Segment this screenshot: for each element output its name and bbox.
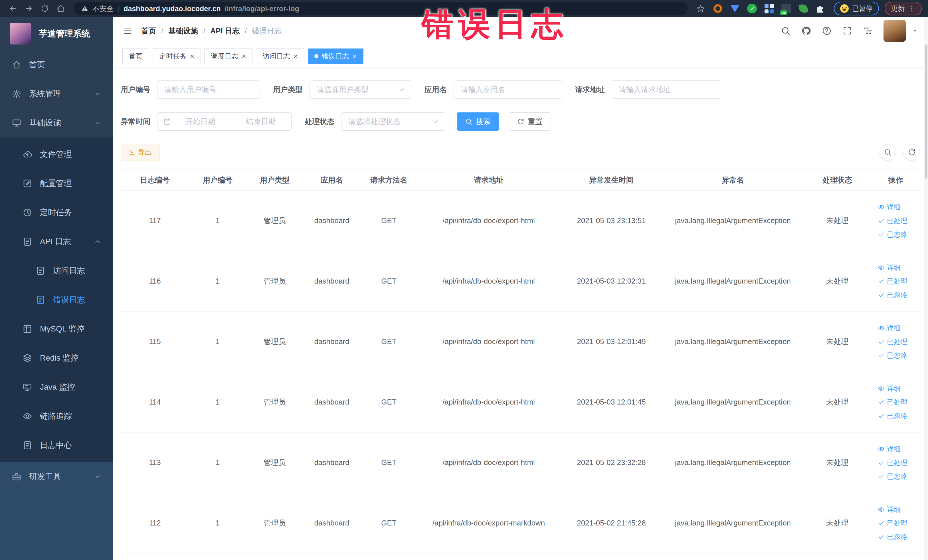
cell-time: 2021-05-03 12:01:49 bbox=[560, 311, 663, 372]
avatar-caret-down-icon[interactable] bbox=[911, 27, 918, 34]
action-link-已处理[interactable]: 已处理 bbox=[878, 216, 907, 225]
process-status-select[interactable]: 请选择处理状态 bbox=[341, 112, 445, 131]
action-link-已忽略[interactable]: 已忽略 bbox=[878, 230, 907, 239]
sidebar-item-job[interactable]: 定时任务 bbox=[0, 198, 113, 227]
action-label: 已处理 bbox=[887, 337, 907, 346]
extension-orange-icon[interactable] bbox=[712, 3, 723, 14]
request-url-input[interactable] bbox=[612, 81, 721, 99]
address-bar[interactable]: 不安全 | dashboard.yudao.iocoder.cn/infra/l… bbox=[73, 2, 688, 15]
tab-close-icon[interactable]: × bbox=[242, 52, 246, 60]
action-link-已处理[interactable]: 已处理 bbox=[878, 519, 907, 528]
action-link-已处理[interactable]: 已处理 bbox=[878, 337, 907, 346]
font-size-icon[interactable] bbox=[863, 26, 873, 36]
browser-home-icon[interactable] bbox=[54, 2, 67, 15]
tab-close-icon[interactable]: × bbox=[353, 52, 357, 60]
check-icon bbox=[878, 291, 885, 298]
app-name-input[interactable] bbox=[453, 81, 562, 99]
extension-on-badge-icon[interactable]: on bbox=[781, 3, 792, 14]
omnibox-divider: | bbox=[118, 5, 119, 12]
tool-icon bbox=[11, 471, 22, 482]
action-link-已处理[interactable]: 已处理 bbox=[878, 398, 907, 407]
monitor-icon bbox=[11, 118, 22, 128]
scrollbar-thumb[interactable] bbox=[925, 44, 927, 179]
browser-update-button[interactable]: 更新 bbox=[885, 2, 922, 15]
tab-首页[interactable]: 首页 bbox=[122, 49, 149, 64]
cell-app: dashboard bbox=[303, 493, 360, 553]
cell-method: GET bbox=[360, 432, 417, 493]
sidebar-item-label: Java 监控 bbox=[40, 382, 75, 392]
reset-button[interactable]: 重置 bbox=[509, 112, 551, 131]
breadcrumb-item[interactable]: API 日志 bbox=[210, 26, 240, 36]
search-button-label: 搜索 bbox=[476, 117, 491, 127]
menu-collapse-icon[interactable] bbox=[122, 26, 133, 36]
help-icon[interactable] bbox=[822, 26, 832, 36]
tab-close-icon[interactable]: × bbox=[293, 52, 298, 60]
check-icon bbox=[878, 520, 885, 526]
exception-time-range-input[interactable]: 开始日期 - 结束日期 bbox=[157, 112, 292, 131]
sidebar-item-system[interactable]: 系统管理 bbox=[0, 79, 113, 108]
sidebar-item-file[interactable]: 文件管理 bbox=[0, 140, 113, 169]
action-link-详细[interactable]: 详细 bbox=[878, 384, 901, 393]
action-link-已忽略[interactable]: 已忽略 bbox=[878, 533, 907, 542]
tab-定时任务[interactable]: 定时任务× bbox=[153, 49, 201, 64]
extension-shield-icon[interactable] bbox=[730, 3, 740, 14]
toggle-search-button[interactable] bbox=[879, 144, 896, 160]
action-link-已忽略[interactable]: 已忽略 bbox=[878, 351, 907, 360]
browser-reload-icon[interactable] bbox=[38, 2, 51, 15]
browser-forward-icon[interactable] bbox=[22, 2, 35, 15]
action-link-详细[interactable]: 详细 bbox=[878, 444, 901, 453]
extensions-puzzle-icon[interactable] bbox=[815, 3, 826, 14]
action-link-详细[interactable]: 详细 bbox=[878, 505, 901, 514]
sidebar-item-dev-tool[interactable]: 研发工具 bbox=[0, 462, 113, 491]
user-type-select[interactable]: 请选择用户类型 bbox=[310, 81, 411, 99]
breadcrumb-item[interactable]: 首页 bbox=[141, 26, 156, 36]
breadcrumb-item[interactable]: 基础设施 bbox=[168, 26, 198, 36]
export-button[interactable]: 导出 bbox=[121, 144, 159, 161]
page-scrollbar[interactable] bbox=[924, 17, 928, 560]
action-link-已忽略[interactable]: 已忽略 bbox=[878, 472, 907, 481]
action-link-已忽略[interactable]: 已忽略 bbox=[878, 290, 907, 299]
sidebar-item-home[interactable]: 首页 bbox=[0, 50, 113, 79]
action-link-详细[interactable]: 详细 bbox=[878, 263, 901, 272]
search-icon[interactable] bbox=[781, 26, 791, 36]
fullscreen-icon[interactable] bbox=[843, 26, 852, 36]
sidebar-item-access-log[interactable]: 访问日志 bbox=[0, 256, 113, 285]
sidebar-item-config[interactable]: 配置管理 bbox=[0, 169, 113, 198]
column-header: 异常名 bbox=[663, 170, 803, 190]
refresh-button[interactable] bbox=[904, 144, 920, 160]
search-button[interactable]: 搜索 bbox=[457, 112, 499, 131]
tab-错误日志[interactable]: 错误日志× bbox=[308, 49, 363, 64]
sidebar-item-error-log[interactable]: 错误日志 bbox=[0, 285, 113, 314]
tab-bar: 首页定时任务×调度日志×访问日志×错误日志× bbox=[113, 44, 928, 68]
sidebar-item-mysql[interactable]: MySQL 监控 bbox=[0, 314, 113, 343]
action-link-已处理[interactable]: 已处理 bbox=[878, 277, 907, 286]
sidebar-item-java[interactable]: Java 监控 bbox=[0, 372, 113, 402]
action-link-详细[interactable]: 详细 bbox=[878, 323, 901, 333]
extension-leaf-icon[interactable] bbox=[798, 3, 809, 14]
action-link-已处理[interactable]: 已处理 bbox=[878, 458, 907, 467]
extension-green-check-icon[interactable]: ✓ bbox=[746, 3, 757, 14]
browser-back-icon[interactable] bbox=[6, 2, 20, 15]
sidebar-item-api-log[interactable]: API 日志 bbox=[0, 227, 113, 256]
filter-row-1: 用户编号 用户类型 请选择用户类型 应用名 bbox=[121, 81, 920, 99]
tab-close-icon[interactable]: × bbox=[190, 52, 194, 60]
tab-调度日志[interactable]: 调度日志× bbox=[204, 49, 252, 64]
user-avatar[interactable] bbox=[884, 20, 906, 42]
profile-paused-badge[interactable]: 已暂停 bbox=[834, 2, 879, 15]
extension-grid-icon[interactable] bbox=[764, 3, 774, 14]
browser-menu-kebab-icon[interactable] bbox=[908, 5, 916, 12]
tab-访问日志[interactable]: 访问日志× bbox=[256, 49, 304, 64]
sidebar-item-infra[interactable]: 基础设施 bbox=[0, 108, 113, 137]
github-icon[interactable] bbox=[801, 26, 811, 36]
app-logo-row[interactable]: 芋道管理系统 bbox=[0, 17, 113, 50]
column-header: 日志编号 bbox=[121, 170, 189, 190]
sidebar-item-log-center[interactable]: 日志中心 bbox=[0, 431, 113, 460]
bookmark-star-icon[interactable] bbox=[694, 2, 707, 15]
sidebar-item-redis[interactable]: Redis 监控 bbox=[0, 343, 113, 372]
user-id-input[interactable] bbox=[157, 81, 260, 99]
cell-exception: java.lang.IllegalArgumentException bbox=[663, 432, 803, 493]
sidebar-item-trace[interactable]: 链路追踪 bbox=[0, 402, 113, 431]
action-link-已忽略[interactable]: 已忽略 bbox=[878, 411, 907, 421]
cell-status: 未处理 bbox=[803, 191, 872, 251]
action-link-详细[interactable]: 详细 bbox=[878, 203, 901, 212]
